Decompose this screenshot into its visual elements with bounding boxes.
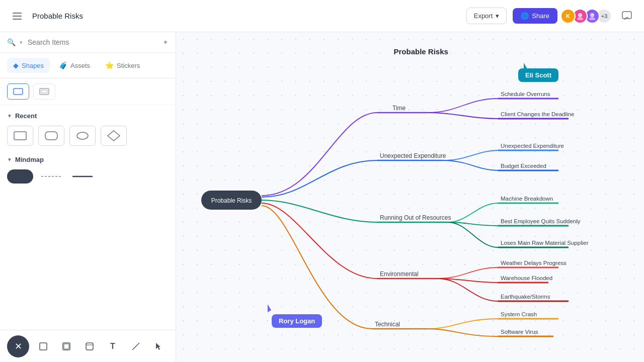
svg-point-5 <box>590 13 594 17</box>
svg-point-13 <box>77 132 88 139</box>
comment-button[interactable] <box>618 7 636 25</box>
svg-rect-1 <box>13 16 22 17</box>
svg-text:Unexpected Expenditure: Unexpected Expenditure <box>501 143 564 149</box>
canvas-area[interactable]: Probable Risks Probable Risks Time Sched… <box>176 32 644 362</box>
shape-nav-2[interactable] <box>33 83 55 100</box>
svg-marker-59 <box>156 343 160 350</box>
svg-point-6 <box>589 17 595 20</box>
svg-text:Client Changes the Deadline: Client Changes the Deadline <box>501 111 574 117</box>
text-tool-button[interactable]: T <box>104 337 122 355</box>
mindmap-node-shape[interactable] <box>7 169 33 184</box>
svg-text:Weather Delays Progress: Weather Delays Progress <box>501 260 567 266</box>
svg-text:Warehouse Flooded: Warehouse Flooded <box>501 275 552 281</box>
header-right <box>618 7 636 25</box>
mindmap-section-header[interactable]: ▼ Mindmap <box>7 156 169 163</box>
shape-diamond[interactable] <box>101 126 127 146</box>
svg-text:Probable Risks: Probable Risks <box>211 197 252 204</box>
svg-rect-12 <box>45 132 57 140</box>
svg-text:Machine Breakdown: Machine Breakdown <box>501 196 553 202</box>
svg-rect-53 <box>40 343 47 350</box>
mindmap-connector-shape[interactable] <box>38 169 64 184</box>
shapes-content: ▼ Recent ▼ Mindmap <box>0 105 176 362</box>
svg-text:Earthquake/Storms: Earthquake/Storms <box>501 294 550 300</box>
document-title: Probable Risks <box>32 12 460 20</box>
svg-point-3 <box>578 13 582 17</box>
svg-text:Time: Time <box>392 105 406 112</box>
svg-text:Loses Main Raw Material Suppli: Loses Main Raw Material Supplier <box>501 240 589 246</box>
svg-marker-14 <box>108 131 120 141</box>
shape-subnav <box>0 78 176 105</box>
svg-text:System Crash: System Crash <box>501 311 537 317</box>
collaborator-avatars: K +3 <box>564 9 612 24</box>
close-fab-button[interactable]: ✕ <box>7 335 29 357</box>
search-icon: 🔍 <box>7 38 16 46</box>
svg-rect-10 <box>41 90 47 93</box>
svg-line-58 <box>132 343 139 350</box>
mindmap-line-shape[interactable] <box>69 169 96 184</box>
recent-section-header[interactable]: ▼ Recent <box>7 112 169 120</box>
tab-stickers[interactable]: ⭐ Stickers <box>99 58 146 73</box>
tab-shapes[interactable]: ◆ Shapes <box>7 58 50 73</box>
line-tool-button[interactable] <box>127 337 145 355</box>
sidebar: 🔍 ▾ ✦ ◆ Shapes 🧳 Assets ⭐ Stickers ▼ <box>0 32 176 362</box>
eli-tooltip: Eli Scott <box>518 68 558 82</box>
svg-text:Budget Exceeded: Budget Exceeded <box>501 163 546 169</box>
svg-text:Environmental: Environmental <box>380 270 419 278</box>
mindmap-svg: Probable Risks Time Schedule Overruns Cl… <box>176 32 644 362</box>
svg-text:Technical: Technical <box>375 321 400 328</box>
svg-text:Best Employee Quits Suddenly: Best Employee Quits Suddenly <box>501 218 581 224</box>
bottom-toolbar: ✕ T <box>0 330 176 362</box>
rory-tooltip: Rory Logan <box>272 314 322 328</box>
share-button[interactable]: 🌐 Share <box>513 8 557 24</box>
svg-text:Schedule Overruns: Schedule Overruns <box>501 91 550 97</box>
svg-rect-55 <box>64 344 69 349</box>
export-button[interactable]: Export ▾ <box>466 8 507 24</box>
avatar-1: K <box>560 9 576 24</box>
svg-rect-8 <box>14 88 23 95</box>
tab-bar: ◆ Shapes 🧳 Assets ⭐ Stickers <box>0 53 176 78</box>
svg-rect-0 <box>13 13 22 14</box>
svg-text:Running Out of Resources: Running Out of Resources <box>380 214 451 221</box>
shape-nav-1[interactable] <box>7 83 29 100</box>
svg-text:Software Virus: Software Virus <box>501 329 538 335</box>
pin-button[interactable]: ✦ <box>163 38 169 46</box>
search-bar: 🔍 ▾ ✦ <box>0 32 176 53</box>
shape-rectangle[interactable] <box>7 126 33 146</box>
menu-button[interactable] <box>8 7 26 25</box>
container-tool-button[interactable] <box>80 337 99 355</box>
tab-assets[interactable]: 🧳 Assets <box>53 58 96 73</box>
header: Probable Risks Export ▾ 🌐 Share K +3 <box>0 0 644 32</box>
shape-pill[interactable] <box>69 126 96 146</box>
svg-rect-11 <box>14 132 26 140</box>
svg-rect-56 <box>86 343 93 350</box>
rectangle-tool-button[interactable] <box>34 337 52 355</box>
svg-point-4 <box>577 17 583 20</box>
cursor-tool-button[interactable] <box>150 337 168 355</box>
svg-text:Unexpected Expenditure: Unexpected Expenditure <box>380 152 446 159</box>
mindmap-shapes-grid <box>7 169 169 184</box>
svg-rect-2 <box>13 19 22 20</box>
frame-tool-button[interactable] <box>57 337 75 355</box>
recent-shapes-grid <box>7 126 169 146</box>
search-input[interactable] <box>28 38 158 46</box>
shape-rounded-rect[interactable] <box>38 126 64 146</box>
